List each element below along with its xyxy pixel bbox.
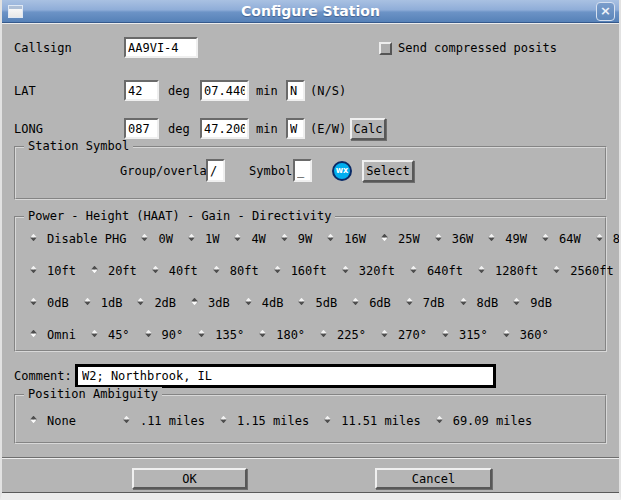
radio-option-label: 45° [108,328,130,342]
radio-option-label: 315° [459,328,488,342]
radio-option-1280ft[interactable]: 1280ft [477,264,538,278]
dialog-content: Callsign Send compressed posits LAT deg … [2,23,619,493]
position-ambiguity-title: Position Ambiguity [24,387,162,401]
radio-option-7db[interactable]: 7dB [405,296,445,310]
close-icon[interactable]: × [596,2,615,21]
radio-option-20ft[interactable]: 20ft [90,264,137,278]
radio-option-270[interactable]: 270° [380,328,427,342]
radio-option-3db[interactable]: 3dB [190,296,230,310]
radio-option-9db[interactable]: 9dB [512,296,552,310]
radio-option-1db[interactable]: 1dB [83,296,123,310]
radio-option-49w[interactable]: 49W [487,232,527,246]
radio-option-640ft[interactable]: 640ft [409,264,463,278]
radio-diamond-icon [90,329,103,342]
radio-diamond-icon [280,233,293,246]
radio-diamond-icon [552,265,565,278]
radio-diamond-icon [434,233,447,246]
radio-option-11-miles[interactable]: .11 miles [122,414,205,428]
radio-option-160ft[interactable]: 160ft [273,264,327,278]
radio-option-label: 2560ft [570,264,613,278]
radio-option-0w[interactable]: 0W [140,232,172,246]
lat-hemisphere-input[interactable] [286,80,305,101]
radio-option-label: 20ft [108,264,137,278]
radio-option-320ft[interactable]: 320ft [341,264,395,278]
radio-option-9w[interactable]: 9W [280,232,312,246]
radio-option-label: 8dB [477,296,499,310]
long-hint: (E/W) [310,122,346,136]
radio-option-315[interactable]: 315° [441,328,488,342]
radio-option-10ft[interactable]: 10ft [29,264,76,278]
lat-deg-input[interactable] [124,80,159,101]
radio-option-64w[interactable]: 64W [541,232,581,246]
long-min-input[interactable] [200,118,249,139]
radio-option-135[interactable]: 135° [197,328,244,342]
radio-option-80ft[interactable]: 80ft [212,264,259,278]
phg-frame: Power - Height (HAAT) - Gain - Directivi… [14,216,607,352]
radio-option-disable-phg[interactable]: Disable PHG [29,232,126,246]
radio-option-4db[interactable]: 4dB [244,296,284,310]
radio-option-11-51-miles[interactable]: 11.51 miles [323,414,420,428]
radio-option-label: 160ft [291,264,327,278]
long-deg-input[interactable] [124,118,159,139]
radio-option-5db[interactable]: 5dB [297,296,337,310]
radio-option-36w[interactable]: 36W [434,232,474,246]
lat-min-input[interactable] [200,80,249,101]
radio-option-6db[interactable]: 6dB [351,296,391,310]
radio-diamond-icon [122,415,135,428]
radio-option-225[interactable]: 225° [319,328,366,342]
radio-option-none[interactable]: None [29,414,76,428]
radio-option-2560ft[interactable]: 2560ft [552,264,613,278]
radio-diamond-icon [258,329,271,342]
radio-option-0db[interactable]: 0dB [29,296,69,310]
radio-diamond-icon [319,329,332,342]
radio-option-label: 640ft [427,264,463,278]
send-compressed-posits-checkbox[interactable] [379,42,392,55]
long-deg-unit: deg [168,122,190,136]
comment-input[interactable] [75,364,496,388]
position-ambiguity-row: None.11 miles1.15 miles11.51 miles69.09 … [29,414,532,428]
radio-diamond-icon [197,329,210,342]
radio-diamond-icon [477,265,490,278]
radio-option-2db[interactable]: 2dB [136,296,176,310]
radio-option-label: 1dB [101,296,123,310]
radio-option-1-15-miles[interactable]: 1.15 miles [219,414,309,428]
radio-option-label: 320ft [359,264,395,278]
radio-option-label: 6dB [369,296,391,310]
radio-option-25w[interactable]: 25W [380,232,420,246]
radio-option-40ft[interactable]: 40ft [151,264,198,278]
radio-option-180[interactable]: 180° [258,328,305,342]
radio-option-label: 3dB [208,296,230,310]
radio-option-label: 36W [452,232,474,246]
radio-option-label: 81W [613,232,621,246]
titlebar[interactable]: Configure Station × [0,0,621,23]
radio-option-label: 5dB [315,296,337,310]
radio-option-81w[interactable]: 81W [595,232,621,246]
radio-diamond-icon [244,297,257,310]
calc-button[interactable]: Calc [350,118,386,140]
radio-option-360[interactable]: 360° [502,328,549,342]
radio-option-4w[interactable]: 4W [233,232,265,246]
radio-diamond-icon [29,265,42,278]
radio-option-8db[interactable]: 8dB [459,296,499,310]
radio-option-label: 4dB [262,296,284,310]
radio-diamond-icon [512,297,525,310]
select-symbol-button[interactable]: Select [362,160,414,182]
symbol-input[interactable] [293,159,312,182]
radio-option-90[interactable]: 90° [144,328,184,342]
radio-diamond-icon [29,329,42,342]
cancel-button[interactable]: Cancel [375,468,492,489]
radio-option-label: 25W [398,232,420,246]
radio-option-label: 1W [205,232,219,246]
radio-option-1w[interactable]: 1W [187,232,219,246]
radio-option-69-09-miles[interactable]: 69.09 miles [435,414,532,428]
radio-diamond-icon [233,233,246,246]
radio-option-label: 11.51 miles [341,414,420,428]
callsign-input[interactable] [124,37,198,58]
radio-option-16w[interactable]: 16W [326,232,366,246]
long-hemisphere-input[interactable] [286,118,305,139]
radio-option-45[interactable]: 45° [90,328,130,342]
radio-diamond-icon [273,265,286,278]
ok-button[interactable]: OK [132,468,247,489]
radio-option-omni[interactable]: Omni [29,328,76,342]
group-overlay-input[interactable] [206,159,225,182]
